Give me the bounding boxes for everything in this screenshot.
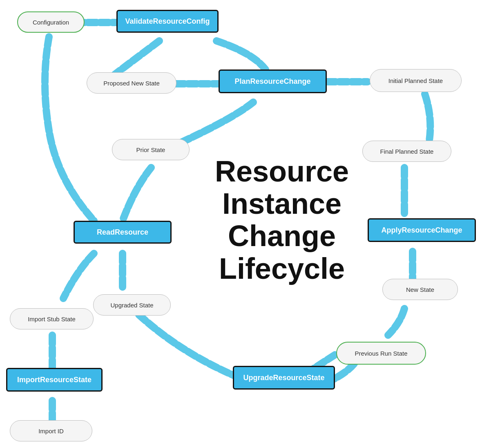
proposed-new-state-node: Proposed New State xyxy=(87,72,176,94)
import-stub-state-node: Import Stub State xyxy=(10,308,94,329)
import-id-node: Import ID xyxy=(10,420,92,441)
final-planned-state-node: Final Planned State xyxy=(362,141,451,162)
apply-resource-change-node: ApplyResourceChange xyxy=(368,218,476,242)
previous-run-state-node: Previous Run State xyxy=(336,342,426,365)
diagram: Resource Instance Change Lifecycle Confi… xyxy=(0,0,491,448)
plan-resource-change-node: PlanResourceChange xyxy=(219,69,327,93)
initial-planned-state-node: Initial Planned State xyxy=(370,69,462,92)
main-title: Resource Instance Change Lifecycle xyxy=(184,155,380,285)
upgraded-state-node: Upgraded State xyxy=(93,294,171,316)
upgrade-resource-state-node: UpgradeResourceState xyxy=(233,366,335,390)
new-state-node: New State xyxy=(382,279,458,300)
configuration-node: Configuration xyxy=(17,11,85,33)
read-resource-node: ReadResource xyxy=(74,221,172,244)
import-resource-state-node: ImportResourceState xyxy=(6,368,103,392)
prior-state-node: Prior State xyxy=(112,139,190,160)
validate-resource-config-node: ValidateResourceConfig xyxy=(116,10,219,33)
